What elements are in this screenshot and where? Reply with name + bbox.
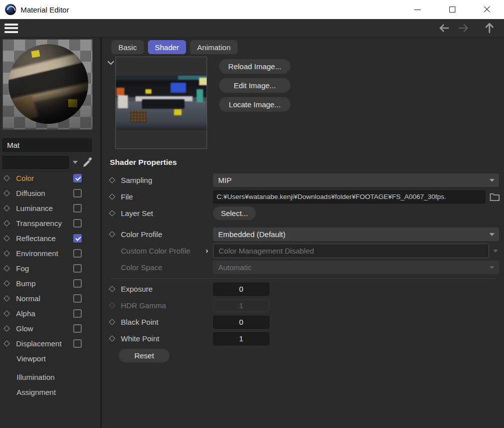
diamond-icon xyxy=(4,265,10,272)
up-button[interactable] xyxy=(482,22,497,35)
section-illumination[interactable]: Illumination xyxy=(0,369,100,384)
custom-profile-combo: Color Management Disabled xyxy=(213,244,489,258)
sampling-dropdown[interactable]: MIP xyxy=(213,173,499,187)
channel-checkbox[interactable] xyxy=(73,189,82,197)
channel-label[interactable]: Glow xyxy=(16,324,73,333)
diamond-icon xyxy=(109,319,115,325)
diamond-icon xyxy=(4,220,10,227)
channel-label[interactable]: Fog xyxy=(16,264,73,273)
channel-label[interactable]: Bump xyxy=(16,279,73,288)
diamond-icon xyxy=(4,295,10,302)
channel-row-fog[interactable]: Fog xyxy=(0,261,100,276)
chevron-down-icon[interactable] xyxy=(73,161,78,164)
diamond-icon xyxy=(109,193,115,200)
diamond-icon xyxy=(109,210,115,217)
texture-preview[interactable] xyxy=(115,57,207,149)
diamond-icon xyxy=(4,175,10,181)
channel-row-glow[interactable]: Glow xyxy=(0,321,100,336)
layer-set-label: Layer Set xyxy=(121,209,213,218)
channel-row-luminance[interactable]: Luminance xyxy=(0,200,100,216)
close-button[interactable] xyxy=(469,0,504,19)
diamond-icon xyxy=(4,250,10,257)
browse-file-button[interactable] xyxy=(489,192,500,202)
color-space-dropdown: Automatic xyxy=(213,261,499,274)
channel-checkbox[interactable] xyxy=(73,174,82,182)
channel-checkbox[interactable] xyxy=(73,339,82,348)
channel-checkbox[interactable] xyxy=(73,264,82,273)
channel-checkbox[interactable] xyxy=(73,234,82,243)
tab-basic[interactable]: Basic xyxy=(111,40,144,54)
menu-button[interactable] xyxy=(5,24,18,33)
channel-checkbox[interactable] xyxy=(73,249,82,258)
arrow-right-icon xyxy=(457,22,470,34)
channel-label[interactable]: Transparency xyxy=(16,219,73,228)
chevron-down-icon[interactable] xyxy=(107,60,115,66)
edit-image-button[interactable]: Edit Image... xyxy=(219,78,290,93)
channel-row-color[interactable]: Color xyxy=(0,170,100,185)
black-point-label: Black Point xyxy=(121,318,213,326)
channel-checkbox[interactable] xyxy=(73,279,82,288)
channel-checkbox[interactable] xyxy=(73,294,82,303)
channel-checkbox[interactable] xyxy=(73,219,82,228)
maximize-icon xyxy=(449,7,455,13)
white-point-label: White Point xyxy=(121,334,213,343)
channel-checkbox[interactable] xyxy=(73,324,82,333)
white-point-input[interactable] xyxy=(213,332,269,345)
reset-button[interactable]: Reset xyxy=(119,349,170,362)
tab-shader[interactable]: Shader xyxy=(148,40,186,54)
arrow-up-icon xyxy=(483,22,496,35)
channel-label[interactable]: Luminance xyxy=(16,204,73,212)
section-viewport[interactable]: Viewport xyxy=(0,351,100,366)
channel-label[interactable]: Diffusion xyxy=(16,189,73,197)
toolbar xyxy=(0,19,504,38)
chevron-right-icon[interactable]: › xyxy=(206,247,208,255)
minimize-button[interactable] xyxy=(400,0,435,19)
channel-row-displacement[interactable]: Displacement xyxy=(0,336,100,351)
diamond-icon xyxy=(4,340,10,347)
locate-image-button[interactable]: Locate Image... xyxy=(219,97,290,112)
diamond-icon xyxy=(109,286,115,292)
maximize-button[interactable] xyxy=(435,0,469,19)
black-point-input[interactable] xyxy=(213,316,269,329)
material-preview[interactable] xyxy=(3,39,93,130)
channel-checkbox[interactable] xyxy=(73,309,82,318)
channel-row-bump[interactable]: Bump xyxy=(0,276,100,291)
material-search-input[interactable] xyxy=(3,156,69,169)
channel-label[interactable]: Alpha xyxy=(16,309,73,318)
eyedropper-icon[interactable] xyxy=(81,156,93,168)
channel-row-reflectance[interactable]: Reflectance xyxy=(0,231,100,246)
material-picker-row xyxy=(3,155,98,169)
minimize-icon xyxy=(414,10,421,10)
exposure-label: Exposure xyxy=(121,285,213,293)
layer-set-select-button[interactable]: Select... xyxy=(213,206,256,220)
channel-label[interactable]: Reflectance xyxy=(16,234,73,243)
channel-checkbox[interactable] xyxy=(73,204,82,212)
forward-button[interactable] xyxy=(456,22,471,35)
tab-animation[interactable]: Animation xyxy=(190,40,238,54)
close-icon xyxy=(483,6,490,13)
diamond-icon xyxy=(109,177,115,183)
custom-profile-value: Color Management Disabled xyxy=(219,247,314,255)
row-sampling: Sampling MIP xyxy=(102,172,504,188)
color-profile-dropdown[interactable]: Embedded (Default) xyxy=(213,228,499,241)
image-actions: Reload Image... Edit Image... Locate Ima… xyxy=(219,59,290,112)
diamond-icon xyxy=(4,205,10,211)
channel-label[interactable]: Normal xyxy=(16,294,73,303)
channel-row-normal[interactable]: Normal xyxy=(0,291,100,306)
channel-row-diffusion[interactable]: Diffusion xyxy=(0,185,100,200)
channel-label[interactable]: Environment xyxy=(16,249,73,258)
row-layer-set: Layer Set Select... xyxy=(102,205,504,222)
material-name-input[interactable] xyxy=(3,138,92,152)
channel-label[interactable]: Color xyxy=(16,174,73,182)
exposure-input[interactable] xyxy=(213,283,269,296)
reload-image-button[interactable]: Reload Image... xyxy=(219,59,290,74)
back-button[interactable] xyxy=(437,22,452,35)
channel-row-transparency[interactable]: Transparency xyxy=(0,216,100,231)
channel-row-environment[interactable]: Environment xyxy=(0,246,100,261)
channel-label[interactable]: Displacement xyxy=(16,339,73,348)
section-assignment[interactable]: Assignment xyxy=(0,384,100,399)
file-path-input[interactable] xyxy=(213,190,485,203)
row-color-profile: Color Profile Embedded (Default) xyxy=(102,226,504,243)
tab-bar: Basic Shader Animation xyxy=(111,40,238,54)
channel-row-alpha[interactable]: Alpha xyxy=(0,306,100,321)
